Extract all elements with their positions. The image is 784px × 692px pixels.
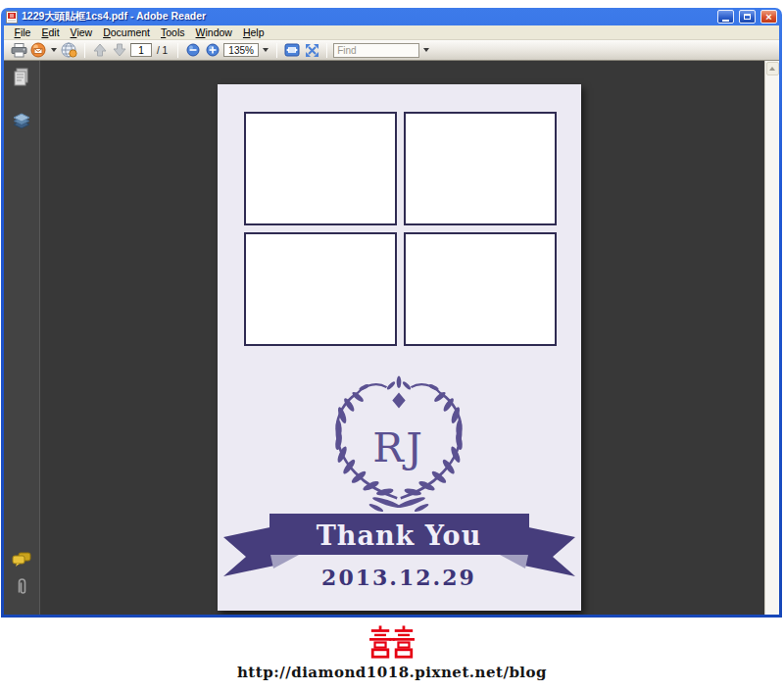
collaborate-button[interactable] <box>61 41 78 59</box>
attachments-icon <box>15 577 28 595</box>
ribbon-left-fold <box>270 555 299 568</box>
wedding-date: 2013.12.29 <box>321 565 476 590</box>
email-button[interactable] <box>29 41 47 59</box>
monogram-text: RJ <box>372 423 425 471</box>
blog-url: http://diamond1018.pixnet.net/blog <box>0 664 784 681</box>
previous-page-icon <box>93 43 107 57</box>
attachments-panel-button[interactable] <box>15 577 28 595</box>
pdf-file-icon <box>6 11 18 24</box>
double-happiness-symbol <box>0 624 784 664</box>
menu-document[interactable]: Document <box>98 26 156 38</box>
ribbon-right-fold <box>500 555 528 568</box>
restore-icon <box>744 14 751 20</box>
layers-panel-button[interactable] <box>12 113 31 130</box>
crest-diamond <box>392 392 405 408</box>
double-happiness-icon <box>369 624 415 660</box>
monogram-wreath: RJ <box>312 374 486 514</box>
zoom-out-button[interactable] <box>184 41 202 59</box>
fit-width-button[interactable] <box>283 41 301 59</box>
find-dropdown-caret[interactable] <box>423 48 429 52</box>
toolbar: / 1 135% <box>4 40 779 61</box>
close-button[interactable]: × <box>760 10 777 24</box>
menu-file[interactable]: File <box>9 26 36 38</box>
window-title: 1229大頭貼框1cs4.pdf - Adobe Reader <box>22 10 712 24</box>
page-total-label: / 1 <box>157 45 168 56</box>
comments-panel-button[interactable] <box>12 552 31 568</box>
email-icon <box>30 42 46 58</box>
scroll-up-button[interactable] <box>766 62 779 75</box>
pages-icon <box>13 68 30 87</box>
previous-page-button[interactable] <box>91 41 109 59</box>
photo-frame-grid <box>244 112 557 346</box>
comments-icon <box>12 552 31 568</box>
navigation-panel <box>4 61 40 615</box>
menu-help[interactable]: Help <box>237 26 270 38</box>
restore-button[interactable] <box>739 10 756 24</box>
photo-slot <box>244 232 397 346</box>
banner-text: Thank You <box>317 520 482 551</box>
vertical-scrollbar[interactable] <box>764 61 779 615</box>
zoom-level-box[interactable]: 135% <box>223 43 259 57</box>
layers-icon <box>12 113 31 130</box>
zoom-out-icon <box>186 43 200 57</box>
main-area: RJ Thank You 2013.12.29 <box>4 61 779 615</box>
menu-bar: File Edit View Document Tools Window Hel… <box>4 25 779 40</box>
email-dropdown-caret[interactable] <box>51 48 57 52</box>
zoom-in-icon <box>206 43 220 57</box>
scroll-up-icon <box>769 67 775 71</box>
menu-tools[interactable]: Tools <box>156 26 191 38</box>
minimize-icon <box>722 20 729 22</box>
menu-view[interactable]: View <box>65 26 98 38</box>
adobe-reader-window: 1229大頭貼框1cs4.pdf - Adobe Reader × File E… <box>1 8 782 618</box>
pages-panel-button[interactable] <box>13 68 30 87</box>
zoom-in-button[interactable] <box>204 41 221 59</box>
print-icon <box>11 43 27 58</box>
toolbar-divider <box>276 43 277 58</box>
document-area: RJ Thank You 2013.12.29 <box>40 61 764 615</box>
toolbar-divider <box>84 43 85 58</box>
find-input[interactable] <box>333 43 419 58</box>
photo-slot <box>404 232 557 346</box>
photo-slot <box>244 112 397 225</box>
zoom-dropdown-caret[interactable] <box>263 48 269 52</box>
menu-window[interactable]: Window <box>190 26 237 38</box>
toolbar-divider <box>326 43 327 58</box>
thank-you-banner: Thank You 2013.12.29 <box>220 508 578 592</box>
fullscreen-button[interactable] <box>303 41 320 59</box>
titlebar: 1229大頭貼框1cs4.pdf - Adobe Reader × <box>4 8 779 25</box>
menu-edit[interactable]: Edit <box>36 26 65 38</box>
fullscreen-icon <box>305 43 319 58</box>
print-button[interactable] <box>10 41 27 59</box>
toolbar-divider <box>177 43 178 58</box>
next-page-button[interactable] <box>111 41 128 59</box>
fit-width-icon <box>284 43 300 57</box>
photo-slot <box>404 112 557 225</box>
pdf-page: RJ Thank You 2013.12.29 <box>218 84 581 611</box>
page-number-input[interactable] <box>130 43 152 57</box>
collaborate-icon <box>61 42 78 58</box>
next-page-icon <box>113 43 126 57</box>
minimize-button[interactable] <box>717 10 734 24</box>
close-icon: × <box>765 12 771 23</box>
